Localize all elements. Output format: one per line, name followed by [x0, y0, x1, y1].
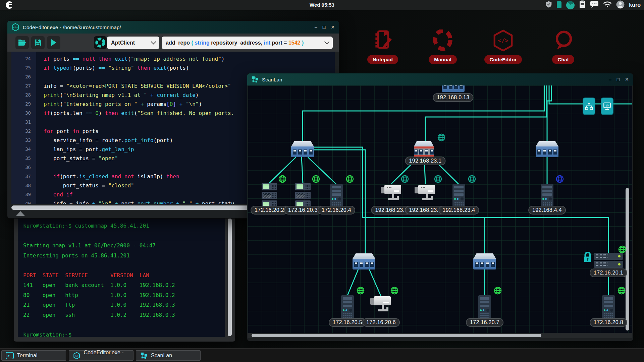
api-class-value: AptClient: [111, 40, 135, 46]
username-label: kuro: [629, 2, 641, 8]
api-signature-dropdown[interactable]: add_repo ( string repository_address, in…: [162, 37, 333, 49]
svg-text:</>: </>: [498, 37, 508, 44]
terminal-output[interactable]: kuro@station:~$ customnmap 45.86.41.201S…: [18, 216, 225, 337]
globe-icon: [278, 175, 287, 185]
globe-icon: [312, 175, 321, 185]
taskbar-item-codeeditor[interactable]: </> CodeEditor.exe - …: [69, 350, 133, 361]
minimize-button[interactable]: –: [609, 73, 611, 86]
line-number: 38: [11, 181, 36, 190]
taskbar: >_ Terminal </> CodeEditor.exe - … ScanL…: [0, 348, 644, 362]
line-number: 31: [11, 118, 36, 127]
node-ip-label: 172.16.20.7: [466, 318, 503, 327]
line-number: 40: [11, 199, 36, 204]
network-node-server-172.16.20.2[interactable]: [262, 183, 277, 209]
window-title: ScanLan: [262, 77, 605, 82]
map-horizontal-scrollbar-track: [248, 333, 632, 338]
network-node-switch[interactable]: [291, 141, 314, 157]
save-file-button[interactable]: [31, 36, 45, 49]
desktop-icon-notepad[interactable]: Notepad: [359, 29, 406, 64]
network-node-camera-192.168.23.2[interactable]: [381, 183, 402, 202]
code-line[interactable]: 24if ports == null then exit("nmap: ip a…: [11, 54, 335, 63]
maximize-button[interactable]: □: [617, 73, 620, 86]
map-view-ip-button[interactable]: IP: [601, 98, 613, 115]
terminal-line: Starting nmap v1.1 at 06/Dec/2000 - 04:4…: [23, 241, 220, 251]
sitemap-icon: [585, 102, 593, 111]
globe-icon: [400, 175, 410, 185]
desktop-icon-chat[interactable]: Chat: [540, 29, 587, 64]
node-ip-label: 172.16.20.2: [251, 206, 288, 215]
top-status-bar: Wed 05:53 kuro: [0, 0, 644, 10]
chat-bubble-icon[interactable]: [590, 1, 599, 9]
api-signature-value: add_repo ( string repository_address, in…: [166, 40, 304, 46]
globe-icon: [434, 175, 443, 185]
map-view-network-button[interactable]: [583, 98, 595, 115]
close-button[interactable]: ✕: [625, 73, 629, 86]
node-ip-label: 172.16.20.8: [590, 318, 627, 327]
api-class-dropdown[interactable]: AptClient: [107, 37, 159, 49]
node-ip-label: 192.168.23.4: [438, 206, 479, 215]
globe-icon: [617, 286, 626, 297]
clipboard-icon[interactable]: [579, 0, 586, 10]
code-editor-titlebar[interactable]: </> CodeEditor.exe - /home/kuro/customnm…: [7, 21, 339, 34]
taskbar-item-label: Terminal: [17, 353, 37, 359]
network-node-switch_red-192.168.23.1[interactable]: [414, 141, 434, 157]
network-node-tower-192.168.4.4[interactable]: [541, 184, 553, 208]
terminal-scrollbar[interactable]: [228, 218, 232, 336]
status-orb-icon[interactable]: [566, 1, 575, 9]
open-file-button[interactable]: [15, 36, 29, 49]
globe-icon: [345, 175, 355, 185]
node-ip-label: 172.16.20.3: [284, 206, 322, 215]
map-vertical-scrollbar[interactable]: [626, 188, 629, 330]
run-button[interactable]: [47, 36, 60, 49]
network-node-server-172.16.20.3[interactable]: [295, 183, 311, 209]
network-node-tower-172.16.20.8[interactable]: [602, 295, 615, 319]
minimize-button[interactable]: –: [315, 21, 317, 34]
terminal-line: [23, 231, 220, 241]
network-map-canvas[interactable]: IP 192.168.0.13192.168.23.1172.16.20.217…: [248, 85, 632, 333]
scanlan-window: ScanLan – □ ✕ IP 192.168.0.13192.168.23.…: [247, 73, 633, 341]
network-node-tower-172.16.20.4[interactable]: [330, 184, 343, 208]
close-button[interactable]: ✕: [331, 21, 335, 34]
os-logo-icon[interactable]: [5, 1, 15, 10]
scroll-up-arrow[interactable]: [16, 211, 25, 216]
apt-client-logo-icon: [94, 36, 107, 49]
node-ip-label: 192.168.4.4: [528, 206, 566, 215]
wifi-icon[interactable]: [603, 1, 612, 9]
code-hexagon-icon: </>: [73, 352, 80, 360]
network-node-switch[interactable]: [536, 141, 558, 157]
network-node-switch[interactable]: [353, 253, 375, 269]
network-node-router-172.16.20.1[interactable]: [594, 253, 623, 271]
battery-icon[interactable]: [556, 1, 562, 10]
security-shield-icon[interactable]: [545, 1, 552, 9]
taskbar-item-scanlan[interactable]: ScanLan: [136, 350, 201, 361]
taskbar-item-label: ScanLan: [151, 353, 172, 359]
maximize-button[interactable]: □: [323, 21, 325, 34]
line-number: 33: [11, 136, 36, 145]
network-node-camera-172.16.20.6[interactable]: [370, 295, 392, 313]
globe-icon: [390, 286, 399, 297]
terminal-line: PORT STATE SERVICE VERSION LAN: [23, 270, 220, 281]
code-line[interactable]: 25if typeof(ports) == "string" then exit…: [11, 63, 335, 72]
folder-open-icon: [18, 39, 26, 46]
network-node-switch-192.168.0.13[interactable]: [442, 85, 465, 92]
network-node-switch[interactable]: [473, 253, 496, 269]
network-map-icon: [140, 352, 148, 359]
map-horizontal-scrollbar[interactable]: [252, 334, 541, 337]
chevron-down-icon: [324, 39, 330, 45]
network-node-tower-172.16.20.5[interactable]: [341, 295, 354, 319]
node-ip-label: 192.168.0.13: [433, 93, 473, 102]
terminal-line: 141 open bank_account 1.0.0 192.168.0.2: [23, 280, 220, 290]
taskbar-item-label: CodeEditor.exe - …: [84, 350, 129, 362]
taskbar-item-terminal[interactable]: >_ Terminal: [1, 350, 66, 361]
network-node-tower-192.168.23.4[interactable]: [452, 184, 465, 208]
lock-icon: [583, 252, 592, 264]
desktop-icon-codeeditor[interactable]: </> CodeEditor: [480, 29, 527, 64]
network-node-camera-192.168.23.3[interactable]: [415, 183, 436, 202]
network-node-tower-172.16.20.7[interactable]: [478, 295, 491, 319]
line-number: 26: [11, 72, 36, 81]
network-map-icon: [251, 76, 259, 83]
scanlan-titlebar[interactable]: ScanLan – □ ✕: [247, 73, 633, 85]
desktop-icon-label: Manual: [429, 55, 457, 64]
desktop-icon-manual[interactable]: Manual: [419, 29, 466, 64]
user-avatar[interactable]: [616, 0, 625, 10]
